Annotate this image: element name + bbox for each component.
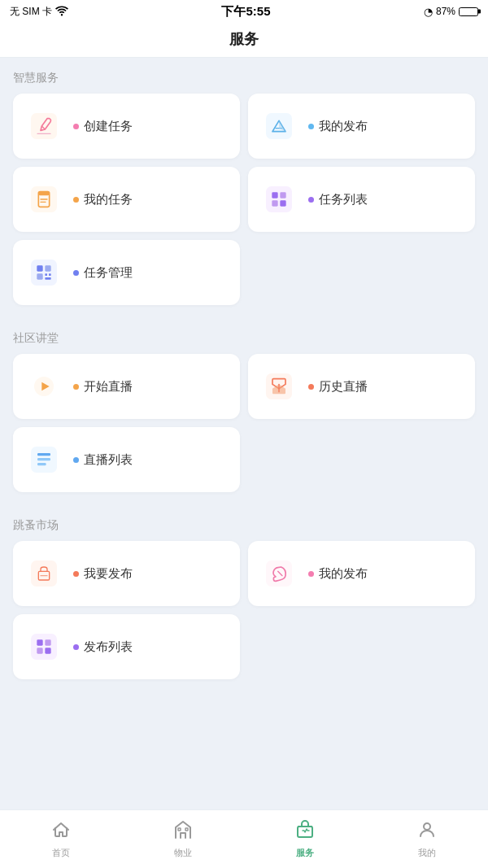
card-my-publish[interactable]: 我的发布 [248, 94, 475, 159]
svg-rect-31 [31, 560, 57, 587]
card-label-my-publish2: 我的发布 [308, 566, 368, 582]
card-dot-my-task [73, 197, 79, 203]
card-icon-my-publish2 [261, 556, 297, 591]
card-icon-my-task [26, 181, 62, 217]
card-label-my-task: 我的任务 [73, 192, 133, 207]
svg-rect-13 [280, 192, 285, 198]
card-dot-history-live [308, 384, 314, 390]
card-dot-my-publish [308, 124, 314, 129]
svg-rect-39 [45, 648, 50, 653]
page-title: 服务 [229, 31, 259, 47]
svg-rect-41 [185, 828, 188, 831]
card-start-live[interactable]: 开始直播 [13, 354, 240, 419]
wifi-icon [55, 5, 68, 19]
svg-rect-37 [45, 639, 50, 645]
card-dot-live-list [73, 457, 79, 463]
svg-rect-28 [37, 453, 50, 456]
section-shequ: 社区讲堂 开始直播 [0, 318, 488, 492]
card-label-live-list: 直播列表 [73, 452, 133, 468]
card-history-live[interactable]: 历史直播 [248, 354, 475, 419]
card-dot-task-list [308, 197, 314, 203]
section-title-tiaozao: 跳蚤市场 [13, 518, 475, 533]
svg-rect-11 [266, 186, 292, 212]
svg-rect-17 [37, 265, 42, 271]
shequ-row2: 直播列表 [13, 427, 475, 492]
svg-rect-15 [280, 200, 285, 206]
card-icon-start-live [26, 369, 62, 404]
bluetooth-icon: ◔ [424, 6, 433, 18]
status-right: ◔ 87% [424, 6, 478, 18]
svg-rect-0 [31, 113, 57, 139]
card-label-want-publish: 我要发布 [73, 566, 133, 582]
svg-rect-18 [45, 265, 50, 271]
card-my-task[interactable]: 我的任务 [13, 167, 240, 232]
tab-property-label: 物业 [174, 847, 192, 859]
svg-point-43 [424, 823, 430, 830]
tab-mine[interactable]: 我的 [366, 820, 488, 859]
card-label-history-live: 历史直播 [308, 379, 368, 395]
page-title-bar: 服务 [0, 23, 488, 58]
svg-rect-38 [37, 648, 42, 653]
tab-home[interactable]: 首页 [0, 820, 122, 859]
section-title-zhihui: 智慧服务 [13, 71, 475, 85]
card-publish-list[interactable]: 发布列表 [13, 614, 240, 679]
card-want-publish[interactable]: 我要发布 [13, 541, 240, 606]
tab-home-icon [51, 820, 71, 844]
card-icon-my-publish [261, 108, 297, 144]
svg-rect-14 [272, 200, 277, 206]
svg-rect-34 [266, 560, 292, 587]
svg-rect-8 [38, 192, 49, 196]
tab-home-label: 首页 [52, 847, 70, 859]
svg-rect-35 [31, 634, 57, 660]
tab-service[interactable]: 服务 [244, 820, 366, 859]
zhihui-empty-cell [248, 240, 475, 305]
card-live-list[interactable]: 直播列表 [13, 427, 240, 492]
section-title-shequ: 社区讲堂 [13, 331, 475, 346]
card-dot-want-publish [73, 571, 79, 577]
tab-service-label: 服务 [296, 847, 314, 859]
svg-rect-29 [37, 458, 50, 460]
card-icon-history-live [261, 369, 297, 404]
tab-service-icon [295, 820, 315, 844]
card-icon-task-manage [26, 255, 62, 290]
svg-rect-19 [37, 273, 42, 279]
card-my-publish2[interactable]: 我的发布 [248, 541, 475, 606]
svg-rect-30 [37, 463, 46, 465]
status-left: 无 SIM 卡 [10, 5, 68, 19]
tiaozao-row1: 我要发布 我的发布 [13, 541, 475, 606]
zhihui-row2: 我的任务 任务列表 [13, 167, 475, 232]
card-task-list[interactable]: 任务列表 [248, 167, 475, 232]
card-icon-task-list [261, 181, 297, 217]
card-label-my-publish: 我的发布 [308, 119, 368, 134]
section-tiaozao: 跳蚤市场 我要发布 [0, 505, 488, 679]
battery-percent: 87% [436, 6, 455, 17]
card-label-create-task: 创建任务 [73, 119, 133, 134]
card-label-task-list: 任务列表 [308, 192, 368, 207]
card-dot-my-publish2 [308, 571, 314, 577]
card-dot-create-task [73, 124, 79, 129]
shequ-empty-cell [248, 427, 475, 492]
svg-rect-36 [37, 639, 42, 645]
tab-property[interactable]: 物业 [122, 820, 244, 859]
battery-icon [459, 7, 478, 16]
zhihui-row3: 任务管理 [13, 240, 475, 305]
card-label-start-live: 开始直播 [73, 379, 133, 395]
svg-rect-22 [45, 277, 50, 280]
card-icon-publish-list [26, 629, 62, 665]
tab-mine-label: 我的 [418, 847, 436, 859]
card-dot-task-manage [73, 270, 79, 276]
zhihui-row1: 创建任务 我的发布 [13, 94, 475, 159]
card-label-task-manage: 任务管理 [73, 265, 133, 281]
tab-property-icon [173, 820, 193, 844]
card-icon-want-publish [26, 556, 62, 591]
shequ-row1: 开始直播 历史直播 [13, 354, 475, 419]
tab-mine-icon [417, 820, 437, 844]
carrier-label: 无 SIM 卡 [10, 5, 52, 19]
card-task-manage[interactable]: 任务管理 [13, 240, 240, 305]
svg-rect-40 [178, 828, 181, 831]
card-dot-start-live [73, 384, 79, 390]
card-create-task[interactable]: 创建任务 [13, 94, 240, 159]
main-content: 智慧服务 创建任务 [0, 58, 488, 868]
tiaozao-row2: 发布列表 [13, 614, 475, 679]
section-zhihui: 智慧服务 创建任务 [0, 58, 488, 305]
